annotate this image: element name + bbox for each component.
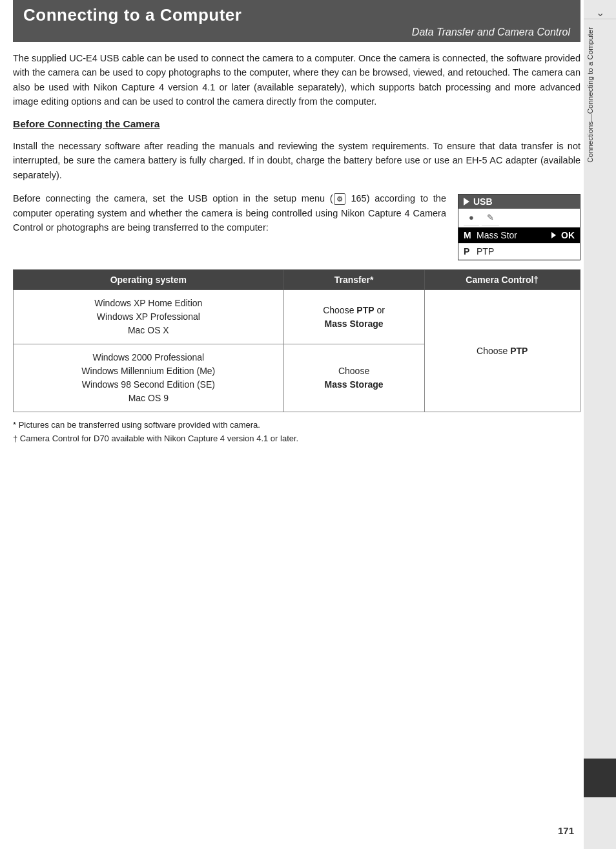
sidebar-arrow-icon: ⌄ <box>596 6 604 19</box>
camera-control-cell: Choose PTP <box>424 290 580 412</box>
ptp-letter: P <box>464 246 473 257</box>
os-cell-1: Windows XP Home EditionWindows XP Profes… <box>14 290 284 344</box>
mass-storage-bold-2: Mass Storage <box>325 379 384 390</box>
page-title: Connecting to a Computer <box>23 5 570 25</box>
usb-text: Before connecting the camera, set the US… <box>13 191 446 235</box>
table-header-camera-control: Camera Control† <box>424 270 580 290</box>
sidebar: ⌄ Connections—Connecting to a Computer <box>584 0 616 849</box>
usb-menu-icons: ● ✎ <box>458 209 580 227</box>
usb-menu-icon-row-2: ✎ <box>482 210 499 225</box>
main-content: Connecting to a Computer Data Transfer a… <box>13 0 580 446</box>
ok-badge: OK <box>561 230 575 240</box>
transfer-cell-2: ChooseMass Storage <box>283 344 424 412</box>
usb-menu-title: USB <box>458 194 580 209</box>
mass-storage-letter: M <box>464 230 473 240</box>
transfer-cell-1: Choose PTP orMass Storage <box>283 290 424 344</box>
usb-menu-icon-row-1: ● <box>464 210 479 225</box>
header-subtitle: Data Transfer and Camera Control <box>23 26 570 38</box>
header-box: Connecting to a Computer Data Transfer a… <box>13 0 580 42</box>
usb-section: Before connecting the camera, set the US… <box>13 191 580 260</box>
table-row: Windows XP Home EditionWindows XP Profes… <box>14 290 580 344</box>
ptp-label: PTP <box>477 246 575 257</box>
ptp-bold: PTP <box>356 305 374 315</box>
table-header-transfer: Transfer* <box>283 270 424 290</box>
setup-menu-icon: ⚙ <box>334 193 345 205</box>
os-cell-2: Windows 2000 ProfessionalWindows Millenn… <box>14 344 284 412</box>
ptp-bold-2: PTP <box>510 346 528 356</box>
sidebar-label: Connections—Connecting to a Computer <box>584 19 616 171</box>
os-table: Operating system Transfer* Camera Contro… <box>13 269 580 412</box>
footnote-1: * Pictures can be transferred using soft… <box>13 419 580 432</box>
mass-storage-arrow-icon <box>551 232 556 238</box>
usb-menu-title-label: USB <box>473 196 493 207</box>
mass-storage-bold-1: Mass Storage <box>325 319 384 329</box>
footnote-2: † Camera Control for D70 available with … <box>13 432 580 446</box>
camera-icon: ● <box>469 213 474 222</box>
footnotes: * Pictures can be transferred using soft… <box>13 419 580 446</box>
usb-menu-ptp[interactable]: P PTP <box>458 244 580 260</box>
usb-menu-mass-storage[interactable]: M Mass Stor OK <box>458 227 580 244</box>
section-heading: Before Connecting the Camera <box>13 118 580 130</box>
usb-play-icon <box>464 198 469 205</box>
pencil-icon: ✎ <box>487 213 494 222</box>
page-number: 171 <box>558 825 574 836</box>
intro-paragraph: The supplied UC-E4 USB cable can be used… <box>13 51 580 109</box>
table-header-os: Operating system <box>14 270 284 290</box>
mass-storage-label: Mass Stor <box>477 230 548 240</box>
sidebar-black-tab <box>584 759 616 797</box>
usb-menu: USB ● ✎ M Mass Stor OK P PTP <box>458 194 580 260</box>
before-text: Install the necessary software after rea… <box>13 139 580 182</box>
